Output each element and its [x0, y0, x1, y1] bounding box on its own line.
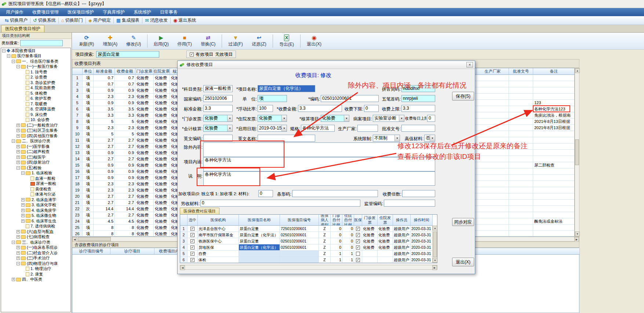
tree-node[interactable]: 7. 遗传病病检	[1, 224, 70, 229]
scroll-left-icon[interactable]: ◀	[180, 265, 185, 270]
expand-toggle-icon[interactable]: −	[12, 139, 15, 143]
code-field[interactable]: 025010200601	[321, 95, 379, 102]
regulator_code-field[interactable]	[384, 200, 435, 207]
tree-node[interactable]: +(二)超声检查	[1, 149, 70, 155]
column-header-op-rate[interactable]: 门诊自付比例	[331, 215, 342, 226]
column-header-ip-invoice[interactable]: 住院发票	[378, 215, 393, 226]
column-header-insurance-org[interactable]: 医保机构	[198, 215, 239, 226]
menu-item-6[interactable]: 日常事务	[156, 8, 182, 16]
tree-node[interactable]: +(六)血型与配血	[1, 229, 70, 234]
filter-button[interactable]: ▼过滤(F)	[224, 33, 247, 49]
note-field[interactable]: 各种化学方法	[203, 171, 435, 186]
tree-node[interactable]: 体液与分泌	[1, 192, 70, 197]
wubi-field[interactable]: nnrpjwii	[401, 95, 435, 102]
column-header-row-number[interactable]	[180, 215, 188, 226]
tree-node[interactable]: 1. 挂号费	[1, 69, 70, 75]
menu-item-3[interactable]: 医保项目维护	[63, 8, 98, 16]
checkbox-icon[interactable]	[356, 252, 360, 256]
tree-node[interactable]: −一、综合医疗服务类	[1, 59, 70, 64]
connotation-field[interactable]: 各种化学方法	[203, 157, 435, 171]
enable-button[interactable]: ▶启用(Q)	[149, 33, 173, 49]
checkbox-icon[interactable]: ✓	[190, 245, 194, 250]
dropdown-arrow-icon[interactable]: ▼	[281, 125, 287, 131]
tree-node[interactable]: −二、医技诊疗类	[1, 139, 70, 144]
column-header-patient-type[interactable]: 医保病人类别	[319, 215, 331, 226]
name-field[interactable]: 尿蛋白定量（化学法）	[258, 85, 315, 92]
expand-toggle-icon[interactable]: +	[17, 235, 20, 239]
extra_material-field[interactable]: 0	[200, 200, 360, 207]
column-header-maker[interactable]: 生产厂家	[477, 68, 509, 75]
tree-node[interactable]: 7. 取暖费	[1, 101, 70, 107]
expand-toggle-icon[interactable]: +	[21, 214, 25, 217]
expand-toggle-icon[interactable]: −	[17, 166, 20, 170]
tab-hospital-fee-item-maintenance[interactable]: 医院收费项目维护	[1, 25, 44, 32]
checkbox-icon[interactable]: ✓	[356, 258, 360, 262]
exit-system-button[interactable]: ◉退出系统	[171, 17, 199, 23]
reports-button[interactable]: ▦集成报表	[114, 17, 142, 23]
expand-toggle-icon[interactable]: +	[17, 150, 20, 153]
fin_acct-field[interactable]: 化验费▼	[203, 125, 233, 132]
expand-toggle-icon[interactable]: +	[17, 156, 20, 159]
en_code-field[interactable]	[203, 135, 233, 142]
insurance-row[interactable]: 4✓异地医保尿蛋白定量（化学法）025010200601Z00✓化验费化验费超级…	[180, 244, 437, 251]
dropdown-arrow-icon[interactable]: ▼	[394, 135, 400, 141]
tree-node[interactable]: 8. 空调降温费	[1, 107, 70, 112]
expand-toggle-icon[interactable]: +	[17, 134, 20, 138]
tree-node[interactable]: 1. 物理治疗	[1, 266, 70, 272]
tree-node[interactable]: 血液一般检	[1, 176, 70, 181]
column-header-op-time[interactable]: 操作时间	[411, 215, 433, 226]
checkbox-icon[interactable]: ✓	[356, 245, 360, 250]
column-header-insured[interactable]: 医保	[354, 215, 362, 226]
tree-node[interactable]: 6. 救护车费	[1, 96, 70, 102]
menu-item-1[interactable]: 用户操作	[1, 8, 28, 16]
float_ratio-field[interactable]: 100	[258, 105, 273, 112]
column-header-insurance-item-code[interactable]: 医保项目编号	[280, 215, 319, 226]
scrollbar-thumb[interactable]	[433, 232, 437, 257]
expand-toggle-icon[interactable]: −	[2, 49, 6, 52]
switch-system-button[interactable]: ↺切换系统	[30, 17, 58, 23]
exclusion-field[interactable]	[203, 142, 435, 157]
category-search-input[interactable]	[20, 40, 63, 46]
switch-dept-button[interactable]: ⌂切换部门	[59, 17, 85, 23]
scroll-down-icon[interactable]: ▼	[433, 258, 437, 263]
column-header-std-amount[interactable]: 标准金额	[94, 68, 115, 75]
expand-toggle-icon[interactable]: +	[21, 219, 25, 223]
insurance-row[interactable]: 6✓体检Z11✓超级用户2020-03-31	[180, 257, 437, 263]
scrollbar-thumb[interactable]	[575, 139, 579, 165]
insurance-row[interactable]: 3✓铁路医保中心尿蛋白定量025010200601Z00✓化验费化验费超级用户2…	[180, 238, 437, 244]
expand-toggle-icon[interactable]: −	[12, 241, 15, 244]
high_value-field[interactable]: 否▼	[424, 135, 435, 142]
tree-node[interactable]: 2. 康复	[1, 272, 70, 277]
insurance-row[interactable]: 5✓自费Z11超级用户2020-03-31	[180, 251, 437, 257]
column-header-ip-rate[interactable]: 住院自付比例	[342, 215, 354, 226]
acct_item-field[interactable]: 化验费▼	[321, 115, 349, 122]
export-button[interactable]: X导出(E)	[275, 33, 298, 49]
expand-toggle-icon[interactable]: +	[17, 161, 20, 164]
tree-node[interactable]: 3. 急诊监护费	[1, 80, 70, 85]
add-button[interactable]: ✚增加(A)	[98, 33, 122, 49]
tree-node[interactable]: +四、中医类	[1, 277, 70, 283]
tree-node[interactable]: −三、临床诊疗类	[1, 240, 70, 245]
tree-node[interactable]: −本院收费项目	[1, 48, 70, 54]
checkbox-icon[interactable]: ✓	[190, 258, 194, 262]
tree-node[interactable]: +5. 临床微生物	[1, 213, 70, 219]
pinyin-field[interactable]: ndbdlhxf	[401, 85, 435, 92]
dropdown-arrow-icon[interactable]: ▼	[344, 115, 349, 121]
expand-toggle-icon[interactable]: +	[17, 145, 20, 148]
scroll-right-icon[interactable]: ▶	[432, 265, 437, 270]
tree-node[interactable]: 2. 诊查费	[1, 75, 70, 80]
expand-toggle-icon[interactable]: −	[7, 54, 10, 58]
dropdown-arrow-icon[interactable]: ▼	[430, 135, 435, 141]
maker-field[interactable]	[357, 125, 378, 132]
expand-toggle-icon[interactable]: +	[12, 278, 15, 281]
scroll-down-icon[interactable]: ▼	[575, 232, 580, 236]
sync-mapping-button[interactable]: 同步对应	[452, 218, 474, 226]
en_name-field[interactable]	[258, 135, 315, 142]
tree-node[interactable]: +(二)经血管介入诊	[1, 250, 70, 256]
fee-table-vertical-scrollbar[interactable]: ▲ ▼	[575, 68, 579, 237]
disable-button[interactable]: ■停用(T)	[173, 33, 196, 49]
fee_multiple-field[interactable]	[402, 190, 435, 197]
spec-field[interactable]: 各种化学方法	[301, 125, 335, 132]
daily_limit-field[interactable]: 0	[427, 115, 435, 122]
checkbox-icon[interactable]: ✓	[190, 239, 194, 243]
